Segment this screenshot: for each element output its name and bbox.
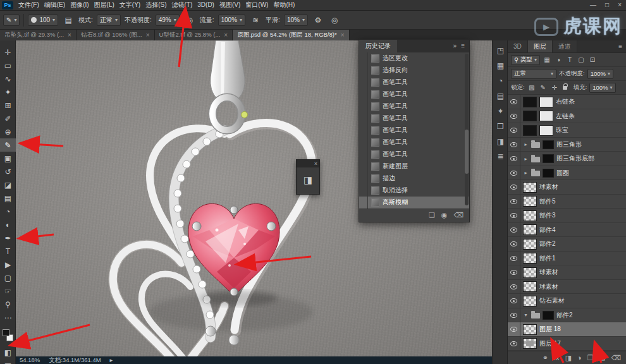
history-state[interactable]: 新建图层 <box>359 161 469 173</box>
collapsed-floating-panel[interactable]: × ◨ <box>296 159 320 195</box>
history-source-box[interactable] <box>359 64 368 76</box>
menu-item-file[interactable]: 文件(F) <box>16 0 42 10</box>
visibility-eye-icon[interactable] <box>508 166 520 181</box>
clone-stamp-tool[interactable]: ▣ <box>0 152 16 165</box>
visibility-eye-icon[interactable] <box>508 95 520 109</box>
visibility-eye-icon[interactable] <box>508 223 520 238</box>
new-layer-icon[interactable]: ❏ <box>599 354 606 362</box>
history-state[interactable]: 画笔工具 <box>359 149 469 161</box>
lock-position-icon[interactable]: ✛ <box>550 84 559 91</box>
visibility-eye-icon[interactable] <box>508 152 520 166</box>
panel-adjustments-icon[interactable]: ✦ <box>493 104 508 119</box>
smoothing-options-gear-icon[interactable]: ⚙ <box>312 14 324 27</box>
eyedropper-tool[interactable]: ✐ <box>0 112 16 125</box>
eraser-tool[interactable]: ◪ <box>0 178 16 191</box>
crop-tool[interactable]: ⊞ <box>0 99 16 112</box>
chevron-down-icon[interactable]: ▾ <box>523 312 529 318</box>
history-source-box[interactable] <box>359 197 368 209</box>
history-source-box[interactable] <box>359 149 368 161</box>
fill-select[interactable]: 100% ▾ <box>589 83 615 93</box>
layer-row[interactable]: 球素材 <box>508 280 626 294</box>
marquee-tool[interactable]: ▭ <box>0 59 16 72</box>
document-tab-active[interactable]: 原图.psd @ 54.2% (图层 18, RGB/8)* × <box>233 30 349 40</box>
menu-item-image[interactable]: 图像(I) <box>68 0 91 10</box>
layer-blend-mode-select[interactable]: 正常 ▾ <box>511 69 556 79</box>
pen-tool[interactable]: ✒ <box>0 231 16 245</box>
edit-toolbar-icon[interactable]: ⋯ <box>0 311 16 324</box>
history-source-box[interactable] <box>359 185 368 197</box>
gradient-tool[interactable]: ▤ <box>0 191 16 205</box>
history-state[interactable]: 描边 <box>359 173 469 185</box>
history-source-box[interactable] <box>359 173 368 185</box>
close-icon[interactable]: × <box>224 32 228 39</box>
healing-brush-tool[interactable]: ⊕ <box>0 125 16 138</box>
history-state[interactable]: 画笔工具 <box>359 136 469 149</box>
layer-row[interactable]: 钻石素材 <box>508 294 626 308</box>
delete-layer-icon[interactable]: ⌫ <box>611 354 621 362</box>
hand-tool[interactable]: ☞ <box>0 284 16 298</box>
tab-layers[interactable]: 图层 <box>528 40 553 52</box>
blur-tool[interactable]: ◔ <box>0 205 16 218</box>
filter-shape-layers-icon[interactable]: ▢ <box>577 56 586 63</box>
new-document-from-state-icon[interactable]: ❏ <box>429 211 435 219</box>
menu-item-view[interactable]: 视图(V) <box>217 0 243 10</box>
chevron-right-icon[interactable]: ▸ <box>523 142 529 147</box>
document-tab[interactable]: 吊坠头.tif @ 29.3% (... × <box>0 30 77 40</box>
filter-smart-objects-icon[interactable]: ⊡ <box>588 56 597 63</box>
panel-paragraph-icon[interactable]: ≣ <box>493 149 508 164</box>
layer-row[interactable]: 球素材 <box>508 265 626 280</box>
history-state[interactable]: 画笔工具 <box>359 112 469 124</box>
clone-source-panel-icon[interactable]: ◨ <box>304 174 312 186</box>
visibility-eye-icon[interactable] <box>508 180 520 195</box>
layer-row[interactable]: 部件5 <box>508 195 626 209</box>
tab-channels[interactable]: 通道 <box>553 40 577 52</box>
history-brush-tool[interactable]: ↺ <box>0 165 16 178</box>
visibility-eye-icon[interactable] <box>508 252 520 266</box>
tool-preset-picker[interactable]: ✎ ▾ <box>3 15 20 26</box>
add-layer-mask-icon[interactable]: ◨ <box>565 354 572 362</box>
close-icon[interactable]: × <box>341 32 345 39</box>
panel-3d-icon[interactable]: ◳ <box>493 43 508 58</box>
color-swatches[interactable] <box>0 327 16 346</box>
history-source-box[interactable] <box>359 112 368 124</box>
layer-row[interactable]: 左链条 <box>508 109 626 124</box>
history-state[interactable]: 取消选择 <box>359 185 469 197</box>
layer-filter-select[interactable]: ⚲ 类型 ▾ <box>511 55 540 65</box>
menu-item-window[interactable]: 窗口(W) <box>243 0 271 10</box>
layer-group-row-open[interactable]: ▾ 部件2 <box>508 308 626 323</box>
opacity-select[interactable]: 49% ▾ <box>156 15 180 26</box>
new-adjustment-layer-icon[interactable]: ◑ <box>577 354 582 361</box>
history-state[interactable]: 画笔工具 <box>359 100 469 112</box>
foreground-color-swatch[interactable] <box>3 329 9 336</box>
history-source-box[interactable] <box>359 100 368 112</box>
link-layers-icon[interactable]: ⚭ <box>543 354 548 362</box>
history-source-box[interactable] <box>359 52 368 64</box>
dodge-tool[interactable]: ◐ <box>0 218 16 231</box>
lock-pixels-icon[interactable]: ✎ <box>539 84 548 91</box>
pressure-size-icon[interactable]: ◎ <box>328 14 341 27</box>
history-state-selected[interactable]: 高斯模糊 <box>359 197 469 209</box>
history-state[interactable]: 画笔工具 <box>359 88 469 100</box>
layer-row-selected[interactable]: 图层 18 <box>508 322 626 337</box>
history-state[interactable]: 画笔工具 <box>359 76 469 88</box>
visibility-eye-icon[interactable] <box>508 109 520 124</box>
blend-mode-select[interactable]: 正常 ▾ <box>97 15 121 26</box>
document-tab[interactable]: 钻石8.tif @ 106% (图... × <box>77 30 155 40</box>
menu-item-type[interactable]: 文字(Y) <box>117 0 143 10</box>
layer-row[interactable]: 图层 17 <box>508 337 626 351</box>
history-state[interactable]: 选择反向 <box>359 64 469 76</box>
brush-settings-panel-icon[interactable]: ▤ <box>62 14 75 27</box>
chevron-right-icon[interactable]: ▸ <box>523 156 529 162</box>
menu-item-3d[interactable]: 3D(D) <box>195 0 217 10</box>
delete-state-icon[interactable]: ⌫ <box>453 211 463 219</box>
visibility-eye-icon[interactable] <box>508 308 520 323</box>
layer-row[interactable]: 珠宝 <box>508 123 626 138</box>
history-source-box[interactable] <box>359 124 368 136</box>
brush-tool[interactable]: ✎ <box>0 138 16 152</box>
panel-info-icon[interactable]: ◔ <box>493 73 508 88</box>
menu-item-edit[interactable]: 编辑(E) <box>42 0 68 10</box>
chevron-right-icon[interactable]: ▸ <box>523 170 529 176</box>
visibility-eye-icon[interactable] <box>508 209 520 223</box>
filter-adjustment-layers-icon[interactable]: ◑ <box>554 56 563 63</box>
panel-libraries-icon[interactable]: ❒ <box>493 119 508 134</box>
